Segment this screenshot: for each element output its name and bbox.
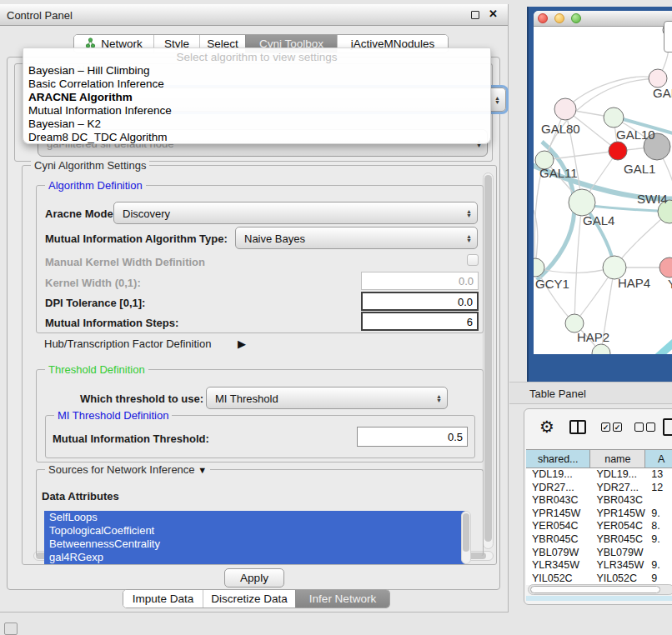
manual-kernel-checkbox[interactable] <box>467 254 479 266</box>
tab-infer-network[interactable]: Infer Network <box>295 590 389 608</box>
data-attribute-item[interactable]: gal4RGexp <box>44 551 465 564</box>
control-panel-window: Control Panel ✕ Network Style Select Cyn… <box>0 4 509 612</box>
dropdown-item-list: Bayesian – Hill ClimbingBasic Correlatio… <box>23 64 490 144</box>
table-row[interactable]: YER054CYER054C8. <box>526 520 672 533</box>
network-edge <box>625 338 672 354</box>
network-node[interactable] <box>569 189 595 216</box>
table-cell <box>645 547 672 560</box>
algorithm-list-item[interactable]: Bayesian – Hill Climbing <box>23 64 490 78</box>
network-graph[interactable]: GALGAL80GAL10GAL1GAL11SWI4GAL4GCY1HAP4YH… <box>534 27 672 354</box>
table-row[interactable]: YDR27...YDR27...12 <box>526 482 672 495</box>
algorithm-list-item[interactable]: Basic Correlation Inference <box>23 78 490 91</box>
dpi-tolerance-field[interactable]: 0.0 <box>361 292 479 311</box>
settings-vertical-scrollbar[interactable] <box>483 172 494 549</box>
table-cell: YLR345W <box>590 559 645 572</box>
checked-checkbox-icon[interactable]: ✓ <box>601 422 610 432</box>
mi-threshold-label: Mutual Information Threshold: <box>53 432 209 445</box>
network-node[interactable] <box>554 98 576 120</box>
collapse-down-icon[interactable]: ▼ <box>198 465 207 475</box>
network-node[interactable] <box>609 142 627 160</box>
unchecked-checkbox-icon[interactable] <box>634 422 644 432</box>
table-toolbar: ⚙ ✓ ✓ <box>524 409 672 448</box>
tab-impute-data[interactable]: Impute Data <box>123 590 203 608</box>
tab-discretize-data[interactable]: Discretize Data <box>203 590 295 608</box>
algorithm-list-item[interactable]: ARACNE Algorithm <box>23 91 490 104</box>
gear-icon[interactable]: ⚙ <box>539 417 554 437</box>
docked-panel-icon[interactable] <box>4 622 18 635</box>
mi-threshold-field[interactable]: 0.5 <box>357 427 468 447</box>
algorithm-dropdown-popup: Select algorithm to view settings Bayesi… <box>23 48 491 144</box>
aracne-mode-combo[interactable]: Discovery ▲▼ <box>113 202 478 224</box>
mi-type-combo[interactable]: Naive Bayes ▲▼ <box>235 227 478 249</box>
table-cell: 12 <box>645 482 672 495</box>
table-row[interactable]: YLR345WYLR345W9. <box>526 559 672 572</box>
node-table: shared...nameA YDL19...YDL19...13YDR27..… <box>526 449 672 585</box>
table-cell: 13 <box>645 468 672 482</box>
network-desktop: GALGAL80GAL10GAL1GAL11SWI4GAL4GCY1HAP4YH… <box>527 7 672 382</box>
table-panel-card: ⚙ ✓ ✓ shared...nameA YDL19...YDL19...13Y… <box>524 408 672 605</box>
table-cell: YBL079W <box>526 547 590 560</box>
network-node[interactable] <box>604 108 624 128</box>
mi-steps-field[interactable]: 6 <box>361 312 479 331</box>
network-node-label: GAL <box>653 86 672 100</box>
network-node[interactable] <box>659 258 672 278</box>
algorithm-list-item[interactable]: Bayesian – K2 <box>23 118 490 131</box>
combo-stepper-icon: ▲▼ <box>436 394 442 402</box>
table-row[interactable]: YDL19...YDL19...13 <box>526 468 672 482</box>
column-header[interactable]: name <box>590 450 645 468</box>
table-cell: YIL052C <box>590 572 645 586</box>
float-window-icon[interactable] <box>471 11 479 19</box>
table-selection-strip <box>526 596 672 601</box>
aracne-mode-label: Aracne Mode: <box>45 208 117 220</box>
sources-title: Sources for Network Inference <box>48 463 195 476</box>
network-window-titlebar <box>534 11 672 27</box>
table-cell: YBR043C <box>526 494 590 508</box>
table-cell: YDR27... <box>590 482 645 495</box>
cyni-algorithm-settings-group: Cyni Algorithm Settings Algorithm Defini… <box>22 165 497 565</box>
table-row[interactable]: YPR145WYPR145W9. <box>526 508 672 521</box>
table-row[interactable]: YBR045CYBR045C9. <box>526 533 672 547</box>
table-cell: YDL19... <box>590 468 645 482</box>
unchecked-checkbox-icon[interactable] <box>646 422 655 432</box>
split-columns-icon[interactable] <box>569 420 586 434</box>
expand-right-icon[interactable]: ▶ <box>238 338 246 350</box>
network-node-label: GAL10 <box>616 128 655 142</box>
hub-section-label: Hub/Transcription Factor Definition <box>44 338 211 350</box>
table-row[interactable]: YBR043CYBR043C <box>526 494 672 508</box>
kernel-width-field[interactable]: 0.0 <box>361 272 479 290</box>
zoom-traffic-light-icon[interactable] <box>571 13 581 23</box>
network-node-label: SWI4 <box>637 192 668 206</box>
cyni-toolbox-panel: Inference Algorithm ▲▼ gal-filtered sif … <box>7 57 500 590</box>
table-cell: 8. <box>645 520 672 533</box>
network-node-label: GAL4 <box>583 213 614 228</box>
mi-threshold-definition-group: MI Threshold Definition Mutual Informati… <box>45 415 475 458</box>
algorithm-list-item[interactable]: Mutual Information Inference <box>23 104 490 118</box>
page-icon[interactable] <box>663 418 672 436</box>
table-cell: YBR045C <box>526 533 590 547</box>
dropdown-placeholder: Select algorithm to view settings <box>23 48 490 64</box>
table-panel-header: Table Panel <box>509 382 672 404</box>
table-row[interactable]: YIL052CYIL052C9 <box>526 572 672 586</box>
algorithm-list-item[interactable]: Dream8 DC_TDC Algorithm <box>23 131 490 144</box>
network-node[interactable] <box>649 69 667 88</box>
network-node-label: GCY1 <box>535 277 569 291</box>
column-header[interactable]: A <box>645 450 672 468</box>
checked-checkbox-icon[interactable]: ✓ <box>613 422 622 432</box>
data-attribute-item[interactable]: SelfLoops <box>44 511 465 524</box>
which-threshold-combo[interactable]: MI Threshold ▲▼ <box>206 387 448 409</box>
table-cell: YIL052C <box>526 572 590 586</box>
table-row[interactable]: YBL079WYBL079W <box>526 547 672 560</box>
minimize-traffic-light-icon[interactable] <box>554 13 564 23</box>
close-traffic-light-icon[interactable] <box>538 13 548 23</box>
apply-button[interactable]: Apply <box>224 568 284 588</box>
settings-group-title: Cyni Algorithm Settings <box>31 159 149 172</box>
data-attribute-item[interactable]: TopologicalCoefficient <box>44 524 465 538</box>
data-attributes-label: Data Attributes <box>42 490 119 502</box>
data-attribute-item[interactable]: BetweennessCentrality <box>44 538 465 551</box>
mi-type-label: Mutual Information Algorithm Type: <box>45 232 228 245</box>
column-header[interactable]: shared... <box>526 450 590 468</box>
close-icon[interactable]: ✕ <box>489 8 498 20</box>
attributes-list-scrollbar[interactable] <box>461 511 471 564</box>
table-horizontal-scrollbar[interactable] <box>528 584 672 595</box>
table-panel-title: Table Panel <box>529 388 586 400</box>
